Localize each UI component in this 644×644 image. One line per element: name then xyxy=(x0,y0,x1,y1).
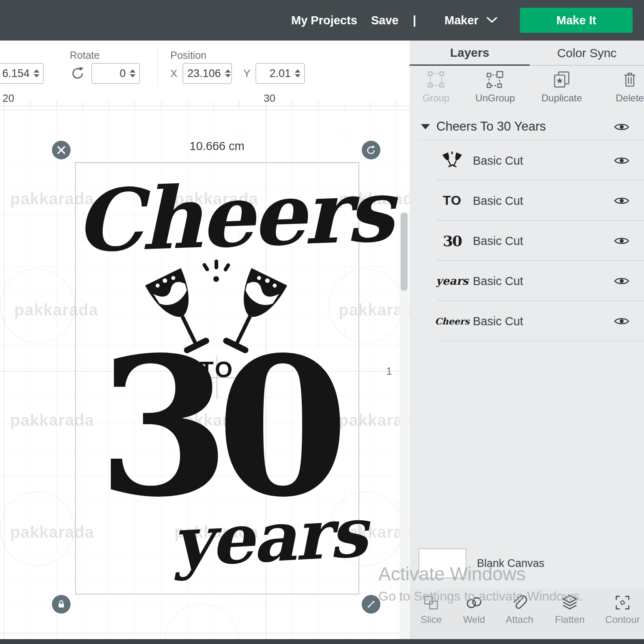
position-y-input[interactable]: 2.01 xyxy=(255,63,305,84)
eye-icon[interactable] xyxy=(614,236,629,246)
size-stepper-arrows[interactable] xyxy=(33,69,43,77)
eye-icon[interactable] xyxy=(614,195,629,206)
layer-row-years[interactable]: years Basic Cut xyxy=(410,261,644,301)
delete-button[interactable]: Delete xyxy=(603,70,644,104)
tab-layers[interactable]: Layers xyxy=(410,41,530,66)
ruler-tick-30: 30 xyxy=(264,92,275,105)
scrollbar-thumb[interactable] xyxy=(401,213,408,291)
resize-handle[interactable] xyxy=(362,595,380,614)
size-input[interactable]: 6.154 xyxy=(0,63,44,84)
position-y-value: 2.01 xyxy=(256,67,294,80)
rotate-handle[interactable] xyxy=(362,141,380,159)
duplicate-label: Duplicate xyxy=(541,92,582,104)
layer-row-glasses[interactable]: Basic Cut xyxy=(410,140,644,180)
rotate-input[interactable]: 0 xyxy=(91,63,140,84)
ruler-side-number: 1 xyxy=(386,365,392,378)
position-label: Position xyxy=(170,49,206,61)
design-text-years: years xyxy=(170,494,361,581)
rotate-stepper-arrows[interactable] xyxy=(129,69,139,77)
layer-actions: Group UnGroup Duplicate xyxy=(410,66,644,114)
layer-row-cheers[interactable]: Cheers Basic Cut xyxy=(410,301,644,341)
group-label: Group xyxy=(423,92,450,104)
design-text-cheers: Cheers xyxy=(73,161,359,273)
layer-thumb-30: 30 xyxy=(435,221,470,261)
layer-label: Basic Cut xyxy=(473,234,523,247)
contour-label: Contour xyxy=(605,614,640,625)
my-projects-link[interactable]: My Projects xyxy=(291,0,357,41)
ruler-tick-20: 20 xyxy=(2,92,14,105)
rotate-label: Rotate xyxy=(70,49,100,61)
horizontal-ruler: 20 30 xyxy=(0,91,410,106)
panel-tab-bar: Layers Color Sync xyxy=(410,41,644,66)
weld-label: Weld xyxy=(463,614,485,625)
rotate-icon[interactable] xyxy=(70,65,86,81)
chevron-down-icon[interactable] xyxy=(487,17,497,24)
layer-row-to[interactable]: TO Basic Cut xyxy=(410,180,644,221)
design-text-30: 30 xyxy=(75,332,358,522)
blank-canvas-row[interactable]: Blank Canvas xyxy=(410,547,644,587)
delete-handle[interactable] xyxy=(52,141,71,159)
top-bar: My Projects Save | Maker Make It xyxy=(0,0,644,41)
attach-button[interactable]: Attach xyxy=(497,594,542,625)
x-stepper-arrows[interactable] xyxy=(224,69,234,77)
y-axis-label: Y xyxy=(243,67,250,80)
layer-group-header[interactable]: Cheers To 30 Years xyxy=(410,114,644,140)
canvas-scrollbar xyxy=(399,213,409,639)
contour-button[interactable]: Contour xyxy=(600,594,644,625)
layer-thumb-to: TO xyxy=(435,180,470,221)
size-value: 6.154 xyxy=(0,67,33,80)
eye-icon[interactable] xyxy=(614,276,629,286)
rotate-value: 0 xyxy=(92,67,129,80)
sparks-icon xyxy=(197,259,236,284)
delete-label: Delete xyxy=(616,92,644,104)
toolbar-divider xyxy=(157,45,158,86)
eye-icon[interactable] xyxy=(614,316,629,326)
x-axis-label: X xyxy=(170,67,177,80)
layer-list: Basic Cut TO Basic Cut 30 Basic Cut xyxy=(410,140,644,341)
flatten-button[interactable]: Flatten xyxy=(547,594,592,625)
design-canvas[interactable]: pakkarada pakkarada pakkarada pakkarada … xyxy=(0,106,410,639)
layer-thumb-cheers: Cheers xyxy=(435,301,470,341)
y-stepper-arrows[interactable] xyxy=(294,69,304,77)
layer-label: Basic Cut xyxy=(473,274,523,288)
layer-label: Basic Cut xyxy=(473,154,523,167)
layer-label: Basic Cut xyxy=(473,314,523,328)
duplicate-button[interactable]: Duplicate xyxy=(535,70,588,104)
weld-button[interactable]: Weld xyxy=(452,594,496,625)
layers-panel: Layers Color Sync Group UnGroup xyxy=(410,41,644,644)
selection-dimension-label: 10.666 cm xyxy=(152,140,282,153)
chevron-down-icon[interactable] xyxy=(421,124,430,129)
app-window: My Projects Save | Maker Make It 6.154 R… xyxy=(0,0,644,644)
slice-button[interactable]: Slice xyxy=(409,594,453,625)
save-link[interactable]: Save xyxy=(371,0,399,41)
topbar-divider: | xyxy=(413,0,416,41)
machine-selector[interactable]: Maker xyxy=(444,0,479,41)
layer-footer-toolbar: Slice Weld Attach Flatten xyxy=(410,589,644,639)
ungroup-label: UnGroup xyxy=(475,92,515,104)
eye-icon[interactable] xyxy=(614,155,629,166)
make-it-button[interactable]: Make It xyxy=(520,8,633,33)
edit-toolbar: 6.154 Rotate 0 Position X 23.106 Y 2.01 xyxy=(0,41,410,91)
eye-icon[interactable] xyxy=(614,122,629,132)
design-object[interactable]: Cheers xyxy=(75,162,358,593)
cheers-glasses-icon xyxy=(435,140,470,180)
group-button[interactable]: Group xyxy=(410,70,462,104)
wreath-decoration xyxy=(164,603,239,639)
attach-label: Attach xyxy=(506,614,533,625)
blank-canvas-swatch[interactable] xyxy=(419,548,466,578)
layer-row-30[interactable]: 30 Basic Cut xyxy=(410,221,644,261)
position-x-value: 23.106 xyxy=(183,67,224,80)
lock-handle[interactable] xyxy=(52,595,71,614)
group-title: Cheers To 30 Years xyxy=(436,119,546,134)
window-bottom-edge xyxy=(0,639,644,644)
flatten-label: Flatten xyxy=(555,614,584,625)
layer-label: Basic Cut xyxy=(473,194,523,207)
blank-canvas-label: Blank Canvas xyxy=(477,557,545,570)
ungroup-button[interactable]: UnGroup xyxy=(469,70,522,104)
slice-label: Slice xyxy=(421,614,442,625)
tab-color-sync[interactable]: Color Sync xyxy=(530,41,644,66)
position-x-input[interactable]: 23.106 xyxy=(182,63,232,84)
layer-thumb-years: years xyxy=(435,261,470,301)
